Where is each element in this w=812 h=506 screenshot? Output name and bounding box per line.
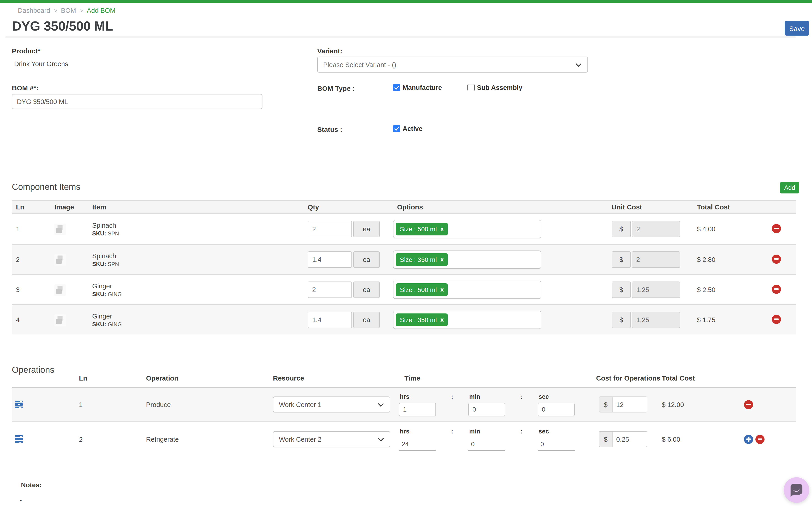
sku-value: SPN [108, 261, 119, 267]
time-labels: hrs : min : sec [399, 428, 596, 435]
options-input[interactable]: Size : 500 mlx [393, 220, 541, 238]
sec-input[interactable] [538, 403, 575, 416]
sec-input[interactable] [538, 437, 575, 450]
row-ln: 4 [12, 316, 54, 324]
col-total-cost: Total Cost [662, 374, 744, 382]
remove-row-icon[interactable] [772, 315, 781, 324]
notes-label: Notes: [21, 481, 42, 489]
hrs-label: hrs [399, 393, 436, 400]
qty-input[interactable] [308, 251, 352, 268]
op-ln: 1 [79, 401, 146, 408]
remove-row-icon[interactable] [755, 435, 764, 444]
remove-row-icon[interactable] [744, 400, 753, 409]
sku-label: SKU: [92, 291, 106, 297]
sku-label: SKU: [92, 230, 106, 237]
resource-select[interactable]: Work Center 1 [273, 397, 390, 413]
remove-row-icon[interactable] [772, 284, 781, 293]
component-items-title: Component Items [12, 182, 80, 192]
variant-select[interactable]: Please Select Variant - () [317, 57, 588, 73]
min-input[interactable] [468, 437, 505, 450]
product-image-placeholder [54, 284, 66, 296]
option-tag: Size : 500 mlx [396, 283, 448, 296]
remove-tag-icon[interactable]: x [440, 226, 444, 232]
remove-row-icon[interactable] [772, 224, 781, 233]
qty-input[interactable] [308, 281, 352, 298]
qty-input[interactable] [308, 312, 352, 328]
unit-cost-input [632, 312, 680, 328]
variant-label: Variant: [317, 47, 342, 55]
bom-number-input[interactable] [12, 94, 262, 109]
remove-tag-icon[interactable]: x [440, 256, 444, 263]
resource-select[interactable]: Work Center 2 [273, 431, 390, 447]
uom-addon: ea [353, 221, 380, 237]
currency-addon: $ [599, 431, 613, 447]
sku-value: GING [108, 321, 121, 327]
bom-edit-page: Dashboard > BOM > Add BOM DYG 350/500 ML… [0, 0, 812, 506]
component-table-header: Ln Image Item Qty Options Unit Cost Tota… [12, 200, 796, 214]
page-title: DYG 350/500 ML [12, 19, 113, 34]
chat-bubble-icon [791, 484, 802, 495]
qty-input[interactable] [308, 221, 352, 237]
resource-select-value: Work Center 2 [279, 435, 321, 443]
option-tag: Size : 350 mlx [396, 314, 448, 326]
currency-addon: $ [599, 397, 613, 413]
drag-handle-icon[interactable] [15, 401, 23, 409]
add-component-button[interactable]: Add [780, 182, 799, 193]
breadcrumb-dashboard[interactable]: Dashboard [18, 7, 50, 14]
col-time: Time [399, 374, 596, 382]
chevron-down-icon [576, 61, 581, 67]
save-button[interactable]: Save [785, 21, 809, 35]
currency-addon: $ [612, 281, 631, 298]
component-row: 4 Ginger SKU: GING ea Size : 350 mlx $ $… [12, 304, 796, 334]
options-input[interactable]: Size : 500 mlx [393, 280, 541, 299]
item-name: Ginger [92, 282, 308, 289]
operation-cost-input[interactable] [613, 431, 647, 447]
header-divider [5, 36, 796, 38]
currency-addon: $ [612, 251, 631, 268]
component-items-table: Ln Image Item Qty Options Unit Cost Tota… [12, 200, 796, 334]
sub-assembly-checkbox[interactable] [467, 84, 475, 91]
operation-cost-input[interactable] [613, 397, 647, 413]
col-operation: Operation [146, 374, 273, 382]
row-ln: 1 [12, 226, 54, 233]
options-input[interactable]: Size : 350 mlx [393, 251, 541, 269]
currency-addon: $ [612, 221, 631, 237]
op-total-cost: $ 12.00 [662, 401, 744, 408]
col-item: Item [92, 203, 308, 211]
min-input[interactable] [468, 403, 505, 416]
op-name: Produce [146, 401, 273, 408]
manufacture-checkbox[interactable] [393, 84, 400, 91]
active-checkbox[interactable] [393, 125, 400, 132]
active-label: Active [403, 125, 422, 132]
uom-addon: ea [353, 281, 380, 298]
time-labels: hrs : min : sec [399, 393, 596, 400]
drag-handle-icon[interactable] [15, 435, 23, 443]
col-ln: Ln [12, 203, 54, 211]
item-name: Spinach [92, 252, 308, 259]
options-input[interactable]: Size : 350 mlx [393, 311, 541, 329]
total-cost-value: $ 4.00 [697, 226, 772, 233]
remove-tag-icon[interactable]: x [440, 286, 444, 293]
component-row: 2 Spinach SKU: SPN ea Size : 350 mlx $ $… [12, 244, 796, 274]
item-name: Spinach [92, 222, 308, 229]
remove-row-icon[interactable] [772, 254, 781, 263]
col-resource: Resource [273, 374, 399, 382]
product-label: Product* [12, 47, 40, 55]
product-image-placeholder [54, 223, 66, 235]
unit-cost-input [632, 281, 680, 298]
remove-tag-icon[interactable]: x [440, 317, 444, 323]
sku-label: SKU: [92, 261, 106, 267]
hrs-input[interactable] [399, 403, 436, 416]
sku-value: GING [108, 291, 121, 297]
total-cost-value: $ 1.75 [697, 316, 772, 324]
total-cost-value: $ 2.80 [697, 256, 772, 263]
hrs-label: hrs [399, 428, 436, 435]
col-total-cost: Total Cost [697, 203, 772, 211]
add-row-icon[interactable] [744, 435, 753, 444]
hrs-input[interactable] [399, 437, 436, 450]
breadcrumb-separator: > [54, 7, 57, 14]
chat-launcher[interactable] [784, 477, 809, 503]
top-accent-bar [0, 0, 812, 3]
op-ln: 2 [79, 435, 146, 443]
breadcrumb-bom[interactable]: BOM [61, 7, 76, 14]
